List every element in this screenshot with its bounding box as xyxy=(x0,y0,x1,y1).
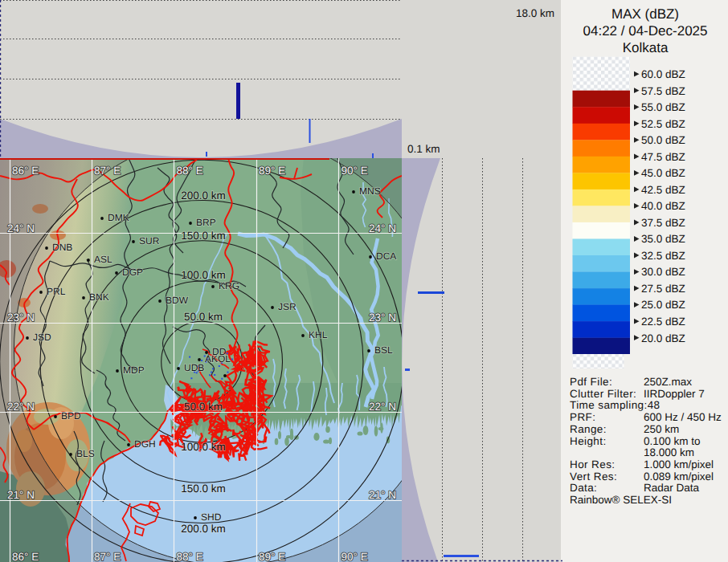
svg-text:BDW: BDW xyxy=(166,295,189,306)
svg-text:18.0 km: 18.0 km xyxy=(516,7,554,19)
svg-text:600 Hz / 450 Hz: 600 Hz / 450 Hz xyxy=(644,411,722,423)
svg-text:04:22 / 04-Dec-2025: 04:22 / 04-Dec-2025 xyxy=(583,23,708,39)
svg-text:22° N: 22° N xyxy=(369,401,396,413)
svg-text:150.0 km: 150.0 km xyxy=(181,483,226,495)
svg-text:DGP: DGP xyxy=(122,267,143,278)
svg-text:MAX (dBZ): MAX (dBZ) xyxy=(611,6,679,22)
svg-text:40.0 dBZ: 40.0 dBZ xyxy=(641,200,685,212)
svg-text:250Z.max: 250Z.max xyxy=(644,376,692,388)
svg-text:0.089 km/pixel: 0.089 km/pixel xyxy=(644,470,714,483)
svg-text:87° E: 87° E xyxy=(94,165,121,177)
svg-text:0.1 km: 0.1 km xyxy=(407,143,440,155)
svg-text:30.0 dBZ: 30.0 dBZ xyxy=(641,266,685,278)
svg-text:AKOL: AKOL xyxy=(205,353,231,364)
svg-text:35.0 dBZ: 35.0 dBZ xyxy=(641,233,685,245)
svg-text:18.000 km: 18.000 km xyxy=(644,446,694,458)
svg-text:24° N: 24° N xyxy=(7,222,35,234)
svg-text:87° E: 87° E xyxy=(94,551,121,562)
svg-text:250 km: 250 km xyxy=(644,423,679,435)
svg-text:52.5 dBZ: 52.5 dBZ xyxy=(641,118,685,130)
svg-text:32.5 dBZ: 32.5 dBZ xyxy=(641,250,685,262)
svg-text:60.0 dBZ: 60.0 dBZ xyxy=(641,68,685,80)
svg-text:50.0 km: 50.0 km xyxy=(184,311,223,323)
svg-text:200.0 km: 200.0 km xyxy=(181,523,226,535)
svg-text:JSD: JSD xyxy=(33,332,51,343)
svg-text:SHD: SHD xyxy=(201,511,222,523)
svg-text:37.5 dBZ: 37.5 dBZ xyxy=(641,217,685,229)
svg-text:Data:: Data: xyxy=(570,482,597,494)
svg-text:MDP: MDP xyxy=(123,364,145,376)
svg-text:IIRDoppler 7: IIRDoppler 7 xyxy=(644,388,705,400)
svg-text:25.0 dBZ: 25.0 dBZ xyxy=(641,299,685,311)
svg-text:100.0 km: 100.0 km xyxy=(181,441,226,453)
svg-text:KHL: KHL xyxy=(309,329,328,340)
svg-text:88° E: 88° E xyxy=(177,165,203,177)
svg-text:23° N: 23° N xyxy=(369,312,396,324)
svg-text:1.000 km/pixel: 1.000 km/pixel xyxy=(644,458,714,470)
svg-text:50.0 km: 50.0 km xyxy=(184,401,223,413)
svg-text:89° E: 89° E xyxy=(259,551,285,562)
svg-text:DNB: DNB xyxy=(52,242,72,253)
svg-text:JSR: JSR xyxy=(278,301,297,312)
svg-text:BLS: BLS xyxy=(76,448,95,459)
svg-text:PRF:: PRF: xyxy=(570,411,595,423)
svg-text:Vert Res:: Vert Res: xyxy=(570,470,617,483)
svg-text:DGH: DGH xyxy=(134,438,156,450)
svg-text:55.0 dBZ: 55.0 dBZ xyxy=(641,101,685,113)
svg-text:20.0 dBZ: 20.0 dBZ xyxy=(641,332,685,344)
svg-text:0.100 km to: 0.100 km to xyxy=(644,435,701,447)
svg-text:Kolkata: Kolkata xyxy=(623,40,669,55)
svg-text:47.5 dBZ: 47.5 dBZ xyxy=(641,151,685,163)
svg-text:SUR: SUR xyxy=(139,235,160,246)
svg-text:21° N: 21° N xyxy=(7,489,35,501)
svg-text:100.0 km: 100.0 km xyxy=(181,269,226,281)
svg-text:UDB: UDB xyxy=(184,362,204,373)
svg-text:KRG: KRG xyxy=(219,280,239,291)
svg-text:BNK: BNK xyxy=(89,291,109,303)
svg-text:Rainbow® SELEX-SI: Rainbow® SELEX-SI xyxy=(570,494,672,506)
svg-text:21° N: 21° N xyxy=(369,489,396,501)
svg-text:86° E: 86° E xyxy=(12,551,39,562)
svg-text:BPD: BPD xyxy=(61,410,81,422)
svg-text:200.0 km: 200.0 km xyxy=(181,189,226,202)
svg-text:23° N: 23° N xyxy=(7,312,35,324)
svg-text:24° N: 24° N xyxy=(369,222,396,234)
svg-text:Range:: Range: xyxy=(570,423,607,435)
svg-text:22° N: 22° N xyxy=(7,401,35,413)
svg-text:88° E: 88° E xyxy=(177,551,203,562)
svg-text:90° E: 90° E xyxy=(342,165,368,177)
svg-text:27.5 dBZ: 27.5 dBZ xyxy=(641,283,685,295)
svg-text:Pdf File:: Pdf File: xyxy=(570,376,612,388)
svg-text:PRL: PRL xyxy=(47,286,66,297)
svg-text:MNS: MNS xyxy=(359,185,381,197)
svg-text:57.5 dBZ: 57.5 dBZ xyxy=(641,85,685,97)
svg-text:DCA: DCA xyxy=(376,250,396,262)
svg-text:42.5 dBZ: 42.5 dBZ xyxy=(641,184,685,196)
svg-text:90° E: 90° E xyxy=(342,551,368,562)
svg-text:89° E: 89° E xyxy=(259,165,285,177)
svg-text:50.0 dBZ: 50.0 dBZ xyxy=(641,134,685,146)
svg-text:22.5 dBZ: 22.5 dBZ xyxy=(641,316,685,328)
svg-text:Radar Data: Radar Data xyxy=(644,482,700,494)
svg-text:DMK: DMK xyxy=(108,212,129,223)
svg-text:Clutter Filter:: Clutter Filter: xyxy=(570,388,636,400)
svg-text:Height:: Height: xyxy=(570,435,607,447)
svg-text:86° E: 86° E xyxy=(12,165,39,177)
svg-text:Hor Res:: Hor Res: xyxy=(570,458,615,470)
svg-text:ASL: ASL xyxy=(94,254,112,265)
svg-text:45.0 dBZ: 45.0 dBZ xyxy=(641,167,685,179)
svg-text:BRP: BRP xyxy=(196,217,216,228)
svg-text:BSL: BSL xyxy=(374,344,393,356)
svg-text:150.0 km: 150.0 km xyxy=(181,230,226,242)
svg-text:Time sampling:48: Time sampling:48 xyxy=(570,399,660,411)
